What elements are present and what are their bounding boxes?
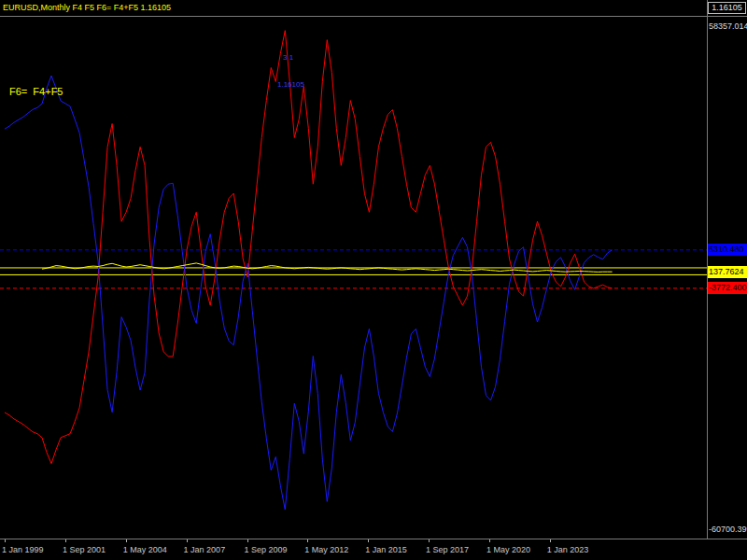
series-line-F4 (5, 31, 613, 464)
time-tick-2 (126, 539, 127, 542)
time-label-1: 1 Sep 2001 (63, 545, 106, 554)
price-pane-scale: 1.16105 (708, 0, 747, 16)
time-tick-9 (550, 539, 551, 542)
indicator-label: F6= F4+F5 (9, 86, 63, 97)
time-label-2: 1 May 2004 (123, 545, 167, 554)
scale-label-0: 58357.014 (709, 21, 747, 31)
chart-annotation-1: 1.16105 (277, 80, 304, 89)
time-label-3: 1 Jan 2007 (184, 545, 226, 554)
price-pane[interactable]: EURUSD,Monthly F4 F5 F6= F4+F5 1.16105 (0, 0, 707, 16)
time-tick-4 (247, 539, 248, 542)
time-tick-8 (489, 539, 490, 542)
time-tick-6 (368, 539, 369, 542)
time-label-9: 1 Jan 2023 (547, 545, 589, 554)
indicator-pane[interactable]: F6= F4+F5 3 11.16105 (0, 17, 707, 539)
value-box-1: 137.7624 (708, 266, 747, 278)
value-box-2: -3772.400 (708, 282, 747, 294)
time-label-5: 1 May 2012 (304, 545, 348, 554)
indicator-chart[interactable] (0, 17, 707, 539)
time-tick-5 (307, 539, 308, 542)
time-label-7: 1 Sep 2017 (426, 545, 469, 554)
indicator-price-scale[interactable]: 58357.014-60700.3995310.480137.7624-3772… (708, 17, 747, 539)
time-label-6: 1 Jan 2015 (365, 545, 407, 554)
current-price-box: 1.16105 (708, 2, 746, 14)
time-label-0: 1 Jan 1999 (2, 545, 44, 554)
time-tick-7 (429, 539, 430, 542)
scale-label-1: -60700.399 (709, 525, 747, 534)
time-label-4: 1 Sep 2009 (245, 545, 288, 554)
time-tick-1 (65, 539, 66, 542)
time-tick-3 (187, 539, 188, 542)
time-label-8: 1 May 2020 (486, 545, 530, 554)
time-tick-0 (5, 539, 6, 542)
chart-annotation-0: 3 1 (283, 53, 293, 62)
time-axis[interactable]: 1 Jan 19991 Sep 20011 May 20041 Jan 2007… (0, 539, 747, 560)
symbol-title: EURUSD,Monthly F4 F5 F6= F4+F5 1.16105 (3, 3, 171, 12)
value-box-0: 5310.480 (708, 244, 747, 256)
